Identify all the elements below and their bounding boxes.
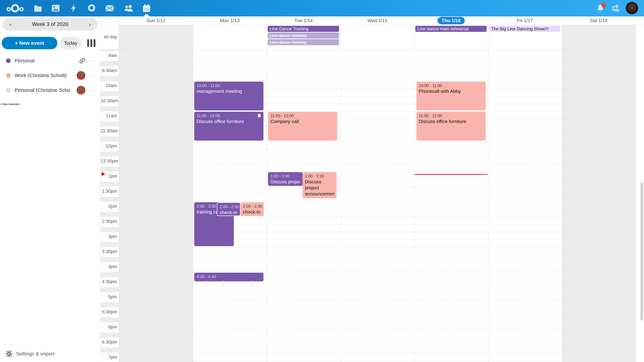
app-photos[interactable] <box>48 0 64 16</box>
user-avatar[interactable] <box>626 2 638 14</box>
time-label: 5pm <box>100 292 119 303</box>
day-header[interactable]: Mon 1/13 <box>193 16 267 25</box>
day-header[interactable]: Fri 1/17 <box>488 16 562 25</box>
time-label: 6pm <box>100 323 119 333</box>
calendar-list-item[interactable]: Personal (Christine Scho...··· <box>0 83 100 97</box>
all-day-label: all-day <box>100 25 119 49</box>
event[interactable]: 1:00 - 1:30Discuss project announcement <box>268 172 302 186</box>
contacts-menu-button[interactable] <box>608 0 624 16</box>
quarter-hour-line <box>119 345 636 346</box>
app-files[interactable] <box>30 0 46 16</box>
new-calendar-button[interactable]: + New calendar+ <box>0 97 100 111</box>
sidebar: ‹ Week 3 of 2020 › + New event Today Per… <box>0 16 100 362</box>
event-time: 10:00 - 11:00 <box>196 83 261 88</box>
half-hour-line <box>119 51 636 51</box>
active-app-pointer <box>143 14 150 16</box>
week-navigation: ‹ Week 3 of 2020 › <box>3 18 98 30</box>
scrollbar-thumb[interactable] <box>640 182 643 321</box>
all-day-event[interactable]: Line dance main rehearsal <box>415 26 487 32</box>
event[interactable]: 11:00 - 12:00Discuss office furniture <box>194 112 264 141</box>
event[interactable]: 1:00 - 1:30Discuss project announcement <box>302 172 336 198</box>
time-label: 6:30pm <box>100 338 119 348</box>
quarter-hour-line <box>119 73 636 74</box>
event[interactable]: 4:20 - 4:40purchasing dept conversation <box>194 273 264 281</box>
calendar-grid: Sun 1/12Mon 1/13Tue 1/14Wed 1/15Thu 1/16… <box>119 16 644 362</box>
notifications-button[interactable] <box>592 0 608 16</box>
day-header[interactable]: Sat 1/18 <box>562 16 636 25</box>
new-calendar-plus-icon[interactable]: + <box>19 103 20 106</box>
half-hour-line <box>119 141 636 142</box>
event[interactable]: 2:00 - 2:30check-in <box>240 202 264 216</box>
all-day-event[interactable]: Line Dance Training <box>268 26 339 32</box>
day-header[interactable]: Tue 1/14 <box>267 16 340 25</box>
scrollbar-track[interactable] <box>636 25 644 362</box>
quarter-hour-line <box>119 194 636 195</box>
event-title: Discuss project announcement <box>305 179 334 197</box>
all-day-event[interactable]: The Big Line Dancing Show!!! <box>489 26 560 32</box>
event-time: 11:00 - 12:00 <box>196 113 261 118</box>
time-label: 2pm <box>100 202 119 212</box>
new-calendar-label: + New calendar <box>0 103 19 106</box>
settings-import-button[interactable]: Settings & import <box>0 348 100 360</box>
time-label: 9am <box>100 51 119 61</box>
contacts-menu-icon <box>611 4 620 12</box>
calendar-list-item[interactable]: Work (Christine Schott)··· <box>0 68 100 83</box>
view-switcher-button[interactable] <box>87 39 97 47</box>
day-header[interactable]: Wed 1/15 <box>340 16 414 25</box>
nextcloud-logo[interactable] <box>5 0 25 16</box>
calendar-list-item[interactable]: Personal··· <box>0 53 100 68</box>
calendar-menu-button[interactable]: ··· <box>90 58 96 63</box>
weekend-shading <box>562 25 636 362</box>
half-hour-line <box>119 157 636 157</box>
app-calendar[interactable] <box>138 0 155 16</box>
calendar-menu-button[interactable]: ··· <box>90 73 96 78</box>
event[interactable]: 11:00 - 12:00Company call <box>268 112 337 141</box>
event-time: 11:00 - 12:00 <box>270 113 335 118</box>
time-label: 1:30pm <box>100 187 119 197</box>
new-event-button[interactable]: + New event <box>2 37 57 49</box>
day-header[interactable]: Sun 1/12 <box>119 16 193 25</box>
time-label: 11am <box>100 111 119 122</box>
app-activity[interactable] <box>66 0 82 16</box>
half-hour-line <box>119 307 636 308</box>
half-hour-line <box>119 353 636 353</box>
half-hour-line <box>119 111 636 112</box>
calendar-name: Work (Christine Schott) <box>14 72 66 78</box>
next-week-button[interactable]: › <box>82 21 98 28</box>
previous-week-button[interactable]: ‹ <box>3 21 18 28</box>
share-link-icon[interactable] <box>79 57 85 64</box>
quarter-hour-line <box>119 179 636 179</box>
week-label[interactable]: Week 3 of 2020 <box>18 18 82 30</box>
view-bar <box>87 39 89 47</box>
all-day-event[interactable]: Line dance training <box>268 39 339 45</box>
app-mail[interactable] <box>102 0 118 16</box>
event-title: Phonecall with Abby <box>419 88 483 94</box>
app-talk[interactable] <box>84 0 100 16</box>
event[interactable]: 10:00 - 11:00management meeting <box>194 82 264 110</box>
event[interactable]: 2:00 - 2:30check-in <box>217 202 240 216</box>
time-label: 3:30pm <box>100 247 119 257</box>
day-header[interactable]: Thu 1/16 <box>414 16 488 25</box>
quarter-hour-line <box>119 149 636 149</box>
column-divider <box>488 25 488 362</box>
settings-import-label: Settings & import <box>16 351 54 357</box>
files-icon <box>34 5 42 12</box>
notification-badge <box>602 3 606 7</box>
calendar-menu-button[interactable]: ··· <box>90 88 96 93</box>
time-label: 2:30pm <box>100 217 119 227</box>
view-bar <box>94 39 96 47</box>
column-divider <box>193 25 193 362</box>
today-button[interactable]: Today <box>60 37 82 49</box>
shared-by-avatar <box>77 86 85 94</box>
all-day-event[interactable]: Line dance training <box>268 32 339 38</box>
top-bar <box>0 0 644 16</box>
calendar-name: Personal (Christine Scho... <box>14 87 70 93</box>
weekend-shading <box>119 25 193 362</box>
event[interactable]: 10:00 - 11:00Phonecall with Abby <box>416 82 486 110</box>
calendar-row-actions: ··· <box>77 71 96 80</box>
gear-icon <box>6 351 12 357</box>
quarter-hour-line <box>119 300 636 300</box>
event[interactable]: 11:00 - 12:00Discuss office furniture <box>416 112 486 141</box>
app-contacts[interactable] <box>120 0 136 16</box>
event-title: Discuss office furniture <box>419 118 483 124</box>
